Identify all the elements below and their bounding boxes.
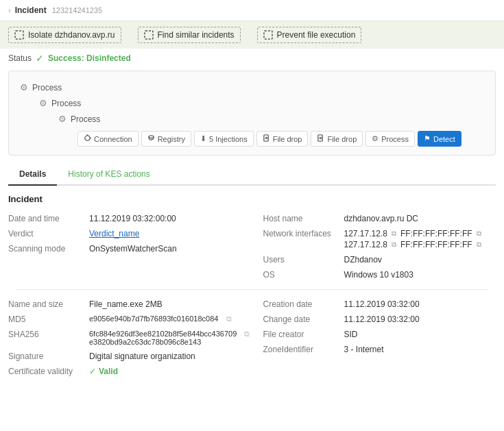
registry-icon (147, 134, 155, 143)
os-value: Windows 10 v1803 (344, 270, 413, 280)
sha256-row: SHA256 6fc884e926df3ee82102b8f5e844bcc43… (8, 327, 252, 349)
isolate-icon (14, 30, 24, 40)
svg-rect-10 (318, 135, 322, 141)
copy-icon-ip1[interactable]: ⧉ (392, 230, 396, 238)
copy-icon-ip2[interactable]: ⧉ (392, 241, 396, 249)
file-drop-1-icon (263, 134, 270, 143)
details-section: Incident Date and time 11.12.2019 03:32:… (0, 186, 504, 387)
copy-md5-icon[interactable]: ⧉ (226, 315, 232, 323)
incident-label: Incident (15, 5, 47, 15)
isolate-button[interactable]: Isolate dzhdanov.avp.ru (8, 27, 121, 43)
process-item-root[interactable]: ⚙ Process (20, 79, 484, 95)
tab-details[interactable]: Details (8, 164, 57, 186)
os-label: OS (263, 270, 339, 280)
details-right-col: Host name dzhdanov.avp.ru DC Network int… (252, 211, 496, 282)
event-connection[interactable]: Connection (77, 131, 139, 147)
valid-check-icon: ✓ (89, 367, 96, 376)
file-drop-1-label: File drop (273, 135, 302, 143)
file-details-right: Creation date 11.12.2019 03:32:00 Change… (252, 297, 496, 379)
find-similar-icon (144, 30, 154, 40)
date-time-value: 11.12.2019 03:32:00:00 (89, 214, 176, 223)
process-item-child1[interactable]: ⚙ Process (39, 95, 484, 111)
status-label: Status (8, 53, 32, 63)
name-size-row: Name and size File_name.exe 2MB (8, 297, 252, 312)
find-similar-button[interactable]: Find similar incidents (138, 27, 241, 43)
network-row-2: 127.17.12.8 ⧉ FF:FF:FF:FF:FF:FF ⧉ (344, 240, 481, 249)
network-block: 127.17.12.8 ⧉ FF:FF:FF:FF:FF:FF ⧉ 127.17… (344, 229, 481, 249)
mac-2: FF:FF:FF:FF:FF:FF (400, 240, 472, 249)
detect-label: Detect (433, 135, 455, 143)
tab-kes-history[interactable]: History of KES actions (57, 164, 160, 186)
isolate-label: Isolate dzhdanov.avp.ru (28, 30, 115, 40)
file-details-grid: Name and size File_name.exe 2MB MD5 e905… (8, 297, 496, 379)
process-node-label: Process (381, 135, 409, 143)
status-check-icon: ✓ (36, 53, 44, 64)
incident-header: › Incident 123214241235 (0, 0, 504, 21)
file-drop-2-label: File drop (327, 135, 357, 143)
signature-value: Digital signature organization (89, 352, 195, 361)
svg-rect-7 (263, 135, 267, 141)
change-date-label: Change date (263, 315, 339, 324)
prevent-label: Prevent file execution (277, 30, 356, 40)
prevent-execution-button[interactable]: Prevent file execution (257, 27, 362, 43)
process-label-child2: Process (71, 114, 100, 124)
details-grid: Date and time 11.12.2019 03:32:00:00 Ver… (8, 211, 496, 282)
creation-date-label: Creation date (263, 299, 339, 309)
incident-id: 123214241235 (52, 6, 102, 14)
breadcrumb-chevron: › (8, 6, 11, 14)
network-interfaces-label: Network interfaces (263, 229, 339, 238)
svg-point-3 (85, 136, 90, 140)
event-registry[interactable]: Registry (141, 131, 191, 147)
svg-point-6 (148, 136, 153, 138)
event-file-drop-1[interactable]: File drop (256, 131, 309, 147)
md5-label: MD5 (8, 315, 84, 324)
cert-validity-value: ✓Valid (89, 367, 118, 376)
process-label-child1: Process (51, 99, 81, 108)
event-process-node[interactable]: ⚙ Process (365, 131, 415, 147)
find-similar-label: Find similar incidents (158, 30, 235, 40)
cert-validity-row: Certificate validity ✓Valid (8, 364, 252, 379)
process-label-root: Process (32, 83, 62, 93)
section-title-incident: Incident (8, 194, 496, 204)
scanning-mode-row: Scanning mode OnSystemWatcherScan (8, 241, 252, 256)
signature-label: Signature (8, 352, 84, 361)
name-size-label: Name and size (8, 299, 84, 309)
sha256-label: SHA256 (8, 330, 84, 339)
scanning-mode-value: OnSystemWatcherScan (89, 244, 177, 254)
copy-icon-mac2[interactable]: ⧉ (477, 241, 481, 249)
date-time-label: Date and time (8, 214, 84, 223)
ip-1: 127.17.12.8 (344, 229, 387, 238)
copy-icon-mac1[interactable]: ⧉ (477, 230, 481, 238)
verdict-row: Verdict Verdict_name (8, 226, 252, 241)
process-item-child2[interactable]: ⚙ Process (58, 111, 484, 127)
gear-icon-child2: ⚙ (58, 114, 67, 124)
status-bar: Status ✓ Success: Disinfected (0, 49, 504, 68)
creation-date-value: 11.12.2019 03:32:00 (344, 299, 420, 309)
detect-icon: ⚑ (424, 134, 431, 143)
svg-rect-2 (264, 31, 272, 39)
file-creator-row: File creator SID (263, 327, 496, 342)
creation-date-row: Creation date 11.12.2019 03:32:00 (263, 297, 496, 312)
process-tree: ⚙ Process ⚙ Process ⚙ Process Connection (8, 71, 496, 156)
network-interfaces-row: Network interfaces 127.17.12.8 ⧉ FF:FF:F… (263, 226, 496, 252)
details-left-col: Date and time 11.12.2019 03:32:00:00 Ver… (8, 211, 252, 282)
scanning-mode-label: Scanning mode (8, 244, 84, 254)
os-row: OS Windows 10 v1803 (263, 267, 496, 282)
process-node-icon: ⚙ (372, 134, 379, 143)
event-nodes-row: Connection Registry ⬇ 5 Injections (77, 131, 484, 147)
verdict-value[interactable]: Verdict_name (89, 229, 139, 238)
status-value: Success: Disinfected (48, 53, 131, 63)
file-details-left: Name and size File_name.exe 2MB MD5 e905… (8, 297, 252, 379)
users-row: Users DZhdanov (263, 252, 496, 267)
hostname-label: Host name (263, 214, 339, 223)
event-detect[interactable]: ⚑ Detect (418, 131, 461, 147)
event-file-drop-2[interactable]: File drop (311, 131, 363, 147)
cert-validity-label: Certificate validity (8, 367, 84, 376)
prevent-icon (263, 30, 273, 40)
md5-row: MD5 e9056e940b7d7fb76893fc016018c084 ⧉ (8, 312, 252, 327)
hostname-row: Host name dzhdanov.avp.ru DC (263, 211, 496, 226)
zone-identifier-label: ZoneIdentifier (263, 345, 339, 354)
registry-label: Registry (158, 135, 185, 143)
event-injections[interactable]: ⬇ 5 Injections (194, 131, 254, 147)
copy-sha256-icon[interactable]: ⧉ (244, 330, 250, 338)
